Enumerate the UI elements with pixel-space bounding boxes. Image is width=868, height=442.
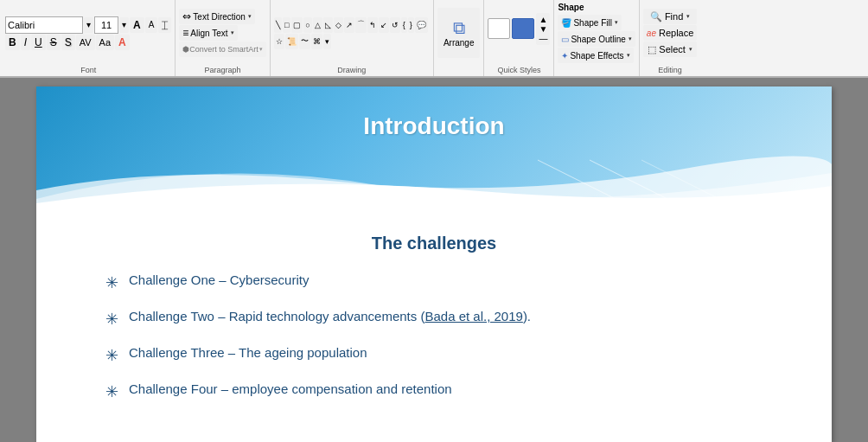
- qs-up-arrow-icon: ▲: [539, 15, 548, 24]
- replace-label: Replace: [659, 28, 693, 38]
- shape-connector-btn[interactable]: ↰: [367, 17, 378, 33]
- shape-triangle-btn[interactable]: △: [313, 17, 322, 33]
- font-name-input[interactable]: Calibri: [5, 16, 83, 34]
- char-spacing-btn[interactable]: AV: [76, 35, 95, 50]
- find-btn[interactable]: 🔍 Find ▾: [643, 9, 697, 24]
- challenge-4-text: Challenge Four – employee compensation a…: [129, 380, 452, 400]
- quick-styles-dropdown-btn[interactable]: ▲ ▼ —: [536, 13, 550, 45]
- shape-fill-dropdown-icon: ▾: [615, 19, 618, 26]
- shape-more-btn[interactable]: {: [401, 17, 407, 33]
- shape-effects-btn[interactable]: ✦ Shape Effects ▾: [558, 48, 633, 63]
- shape-oval-btn[interactable]: ○: [303, 17, 311, 33]
- font-size-dropdown[interactable]: ▾: [119, 17, 129, 33]
- shape-curve-btn[interactable]: ⌒: [355, 17, 367, 33]
- shape-outline-label: Shape Outline: [571, 35, 625, 44]
- find-label: Find: [665, 11, 683, 22]
- shape-options-group: Shape 🪣 Shape Fill ▾ ▭ Shape Outline ▾ ✦: [554, 0, 639, 76]
- text-direction-label: Text Direction: [193, 12, 246, 22]
- clear-formatting-btn[interactable]: ⌶: [158, 17, 171, 33]
- select-icon: ⬚: [648, 44, 656, 55]
- arrange-icon: ⧉: [453, 18, 465, 38]
- text-direction-btn[interactable]: ⇔ Text Direction ▾: [179, 9, 255, 24]
- decrease-font-btn[interactable]: A: [145, 17, 158, 33]
- convert-smartart-dropdown-icon: ▾: [259, 46, 263, 53]
- shape-callout-btn[interactable]: 💬: [415, 17, 428, 33]
- italic-btn[interactable]: I: [21, 35, 30, 50]
- shape-rect-btn[interactable]: □: [283, 17, 290, 33]
- qs-more-arrow-icon: —: [539, 34, 547, 43]
- editing-group-label: Editing: [640, 66, 700, 74]
- shape-effects-dropdown-icon: ▾: [627, 52, 630, 59]
- shape-brace-btn[interactable]: }: [408, 17, 414, 33]
- font-group-label: Font: [2, 66, 175, 74]
- replace-icon: ae: [647, 29, 656, 38]
- wave-decoration: [36, 156, 832, 208]
- editing-group: 🔍 Find ▾ ae Replace ⬚ Select ▾ Editing: [640, 0, 700, 76]
- font-name-dropdown[interactable]: ▾: [84, 17, 93, 33]
- shape-scroll-btn[interactable]: 📜: [285, 34, 298, 49]
- convert-smartart-label: Convert to SmartArt: [189, 45, 258, 54]
- change-case-btn[interactable]: Aa: [96, 35, 114, 50]
- header-title: Introduction: [363, 112, 504, 140]
- shape-fill-label: Shape Fill: [573, 18, 611, 28]
- shape-rounded-rect-btn[interactable]: ▢: [291, 17, 303, 33]
- bullet-1: ✳: [105, 272, 118, 295]
- paragraph-group-label: Paragraph: [176, 66, 270, 74]
- citation-underline: Bada et al., 2019: [424, 309, 522, 323]
- quick-styles-group: ▲ ▼ — Quick Styles: [484, 0, 554, 76]
- select-label: Select: [659, 44, 686, 54]
- quick-styles-label: Quick Styles: [484, 66, 553, 74]
- convert-smartart-icon: ⬢: [182, 45, 189, 54]
- select-btn[interactable]: ⬚ Select ▾: [643, 42, 697, 57]
- shape-line-btn[interactable]: ╲: [274, 17, 282, 33]
- list-item: ✳ Challenge One – Cybersecurity: [105, 271, 763, 295]
- align-text-label: Align Text: [190, 29, 227, 38]
- bold-btn[interactable]: B: [5, 35, 20, 50]
- text-shadow-btn[interactable]: S: [61, 35, 75, 50]
- shape-effects-label: Shape Effects: [570, 51, 623, 61]
- bullet-3: ✳: [105, 344, 118, 368]
- arrange-group: ⧉ Arrange: [434, 0, 485, 76]
- font-color-btn[interactable]: A: [115, 35, 130, 50]
- shape-label: Shape: [558, 3, 584, 12]
- challenge-2-text: Challenge Two – Rapid technology advance…: [129, 307, 531, 327]
- arrange-label: Arrange: [444, 38, 475, 48]
- find-icon: 🔍: [650, 11, 662, 22]
- convert-smartart-btn[interactable]: ⬢ Convert to SmartArt ▾: [179, 42, 266, 57]
- shape-wave-btn[interactable]: 〜: [299, 34, 310, 49]
- shape-fill-icon: 🪣: [561, 18, 571, 28]
- shape-outline-btn[interactable]: ▭ Shape Outline ▾: [558, 31, 635, 47]
- shape-custom-btn[interactable]: ⌘: [311, 34, 322, 49]
- shape-outline-dropdown-icon: ▾: [629, 35, 632, 42]
- shapes-dropdown-btn[interactable]: ▾: [323, 34, 331, 49]
- shape-rt-triangle-btn[interactable]: ◺: [323, 17, 333, 33]
- strikethrough-btn[interactable]: S: [47, 35, 61, 50]
- shape-fill-btn[interactable]: 🪣 Shape Fill ▾: [558, 15, 621, 30]
- text-direction-dropdown-icon: ▾: [248, 13, 252, 20]
- font-size-input[interactable]: 11: [94, 16, 118, 34]
- qs-blue-cell[interactable]: [512, 18, 534, 39]
- increase-font-btn[interactable]: A: [130, 17, 144, 33]
- shape-arrow-btn[interactable]: ↗: [344, 17, 354, 33]
- list-item: ✳ Challenge Two – Rapid technology advan…: [105, 307, 763, 331]
- quick-styles-grid: [488, 18, 534, 39]
- align-text-icon: ≡: [182, 27, 188, 39]
- align-text-dropdown-icon: ▾: [231, 29, 234, 36]
- shape-star-btn[interactable]: ☆: [274, 34, 284, 49]
- arrange-btn[interactable]: ⧉ Arrange: [437, 8, 481, 58]
- bullet-2: ✳: [105, 308, 118, 331]
- shape-curved-arrow-btn[interactable]: ↺: [390, 17, 400, 33]
- list-item: ✳ Challenge Four – employee compensation…: [105, 380, 763, 404]
- document-header: Introduction: [36, 86, 832, 208]
- document-area: Introduction The challenges ✳ Challenge …: [0, 78, 868, 442]
- paragraph-group: ⇔ Text Direction ▾ ≡ Align Text ▾ ⬢ Conv…: [176, 0, 271, 76]
- qs-white-cell[interactable]: [488, 18, 510, 39]
- shape-diamond-btn[interactable]: ◇: [334, 17, 343, 33]
- challenge-list: ✳ Challenge One – Cybersecurity ✳ Challe…: [105, 271, 763, 404]
- drawing-group-label: Drawing: [271, 66, 433, 74]
- underline-btn[interactable]: U: [31, 35, 46, 50]
- align-text-btn[interactable]: ≡ Align Text ▾: [179, 25, 237, 41]
- replace-btn[interactable]: ae Replace: [643, 25, 697, 41]
- section-title: The challenges: [105, 234, 763, 253]
- shape-bent-arrow-btn[interactable]: ↙: [379, 17, 389, 33]
